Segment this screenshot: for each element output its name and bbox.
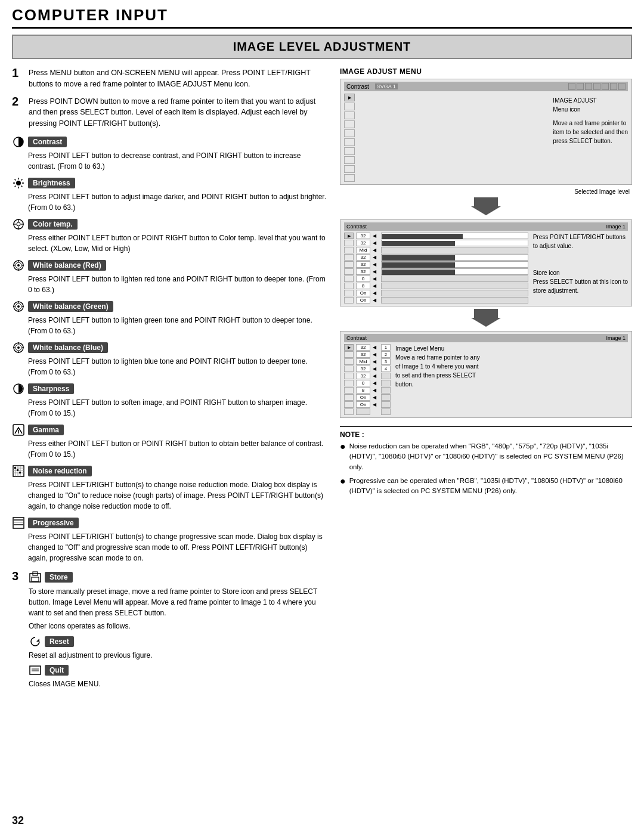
step-3-content: Store To store manually preset image, mo… bbox=[29, 571, 328, 689]
brightness-header: Brightness bbox=[12, 176, 328, 190]
wbgreen-desc: Press POINT LEFT button to lighten green… bbox=[28, 315, 328, 336]
reset-desc: Reset all adjustment to previous figure. bbox=[29, 650, 328, 661]
sharpness-header: Sharpness bbox=[12, 382, 328, 395]
sharpness-label: Sharpness bbox=[28, 383, 74, 394]
wbred-icon bbox=[12, 259, 25, 272]
diag1-annot5: press SELECT button. bbox=[553, 137, 628, 145]
diag3-annot3: of Image 1 to 4 where you want bbox=[395, 362, 480, 371]
quit-label: Quit bbox=[45, 665, 69, 676]
diag2-annot-adjust: Press POINT LEFT/RIGHT buttons bbox=[533, 233, 628, 241]
diag2-right: Image 1 bbox=[606, 224, 626, 230]
svg-point-32 bbox=[17, 346, 20, 349]
selected-image-level: Selected Image level bbox=[340, 188, 630, 195]
diag2-store-annot2: store adjustment. bbox=[533, 286, 628, 295]
contrast-header: Contrast bbox=[12, 135, 328, 148]
brightness-desc: Press POINT LEFT button to adjust image … bbox=[28, 191, 328, 213]
brightness-icon bbox=[12, 176, 25, 190]
diag3-right: Image 1 bbox=[606, 335, 626, 341]
note-title: NOTE : bbox=[340, 431, 632, 439]
step-1-number: 1 bbox=[12, 66, 24, 90]
sharpness-icon bbox=[12, 382, 25, 395]
svg-rect-48 bbox=[17, 469, 18, 471]
svg-rect-58 bbox=[30, 666, 41, 674]
diag1-annot3: Move a red frame pointer to bbox=[553, 119, 628, 128]
feature-wbred: White balance (Red) Press POINT LEFT but… bbox=[12, 259, 328, 295]
diag2-left: Contrast bbox=[346, 224, 367, 230]
section-title: IMAGE LEVEL ADJUSTMENT bbox=[233, 40, 411, 53]
diag1-label-left: Contrast bbox=[346, 83, 369, 90]
progressive-label: Progressive bbox=[28, 518, 79, 528]
page-container: COMPUTER INPUT IMAGE LEVEL ADJUSTMENT 1 … bbox=[0, 0, 644, 833]
left-column: 1 Press MENU button and ON-SCREEN MENU w… bbox=[12, 67, 328, 695]
diagram-2: Contrast Image 1 ▶ bbox=[340, 219, 632, 306]
step-3-number: 3 bbox=[12, 569, 24, 689]
svg-rect-49 bbox=[19, 472, 21, 473]
right-column: IMAGE ADJUST MENU Contrast SVGA 1 bbox=[340, 67, 632, 695]
diagram-3: Contrast Image 1 ▶ bbox=[340, 331, 632, 418]
feature-colortemp: Color temp. Press either POINT LEFT butt… bbox=[12, 218, 328, 254]
arrow-down-1 bbox=[471, 197, 501, 215]
diag1-annot1: IMAGE ADJUST bbox=[553, 96, 628, 105]
noise-header: Noise reduction bbox=[12, 465, 328, 478]
noise-icon bbox=[12, 465, 25, 478]
image-adjust-menu-title: IMAGE ADJUST MENU bbox=[340, 67, 632, 76]
other-icons-text: Other icons operates as follows. bbox=[29, 621, 328, 631]
gamma-desc: Press either POINT LEFT button or POINT … bbox=[28, 438, 328, 460]
wbred-desc: Press POINT LEFT button to lighten red t… bbox=[28, 274, 328, 295]
diag3-left: Contrast bbox=[346, 335, 367, 341]
feature-contrast: Contrast Press POINT LEFT button to decr… bbox=[12, 135, 328, 172]
diag3-annot1: Image Level Menu bbox=[395, 344, 480, 353]
svg-rect-56 bbox=[32, 577, 39, 581]
noise-desc: Press POINT LEFT/RIGHT button(s) to chan… bbox=[28, 479, 328, 512]
wbred-label: White balance (Red) bbox=[28, 260, 106, 271]
arrow-down-2 bbox=[471, 309, 501, 327]
quit-header: Quit bbox=[29, 664, 328, 677]
svg-line-9 bbox=[15, 185, 16, 187]
wbblue-icon bbox=[12, 341, 25, 354]
step-2-number: 2 bbox=[12, 95, 24, 129]
wbblue-desc: Press POINT LEFT button to lighten blue … bbox=[28, 356, 328, 377]
diag1-annotations: IMAGE ADJUST Menu icon Move a red frame … bbox=[553, 96, 628, 145]
note-section: NOTE : ● Noise reduction can be operated… bbox=[340, 426, 632, 496]
svg-line-7 bbox=[21, 185, 23, 187]
svg-marker-61 bbox=[471, 197, 501, 215]
gamma-label: Gamma bbox=[28, 425, 64, 435]
diag3-annot4: to set and then press SELECT bbox=[395, 371, 480, 380]
step-2-text: Press POINT DOWN button to move a red fr… bbox=[29, 96, 328, 129]
svg-point-25 bbox=[17, 305, 20, 308]
svg-point-1 bbox=[16, 181, 21, 185]
svg-rect-50 bbox=[13, 518, 24, 528]
chapter-header: COMPUTER INPUT bbox=[12, 6, 632, 29]
svg-point-11 bbox=[17, 222, 20, 226]
progressive-header: Progressive bbox=[12, 516, 328, 529]
feature-gamma: Gamma Press either POINT LEFT button or … bbox=[12, 423, 328, 460]
diag2-store-label: Store icon bbox=[533, 268, 628, 277]
svg-point-18 bbox=[17, 264, 20, 267]
gamma-header: Gamma bbox=[12, 423, 328, 436]
store-label: Store bbox=[45, 572, 73, 583]
store-desc: To store manually preset image, move a r… bbox=[29, 586, 328, 618]
svg-marker-57 bbox=[36, 639, 39, 642]
diag2-annotations: Press POINT LEFT/RIGHT buttons to adjust… bbox=[533, 233, 628, 304]
note-bullet-1: ● bbox=[340, 441, 346, 472]
diag2-store-annot1: Press SELECT button at this icon to bbox=[533, 277, 628, 286]
brightness-label: Brightness bbox=[28, 178, 75, 188]
step-1: 1 Press MENU button and ON-SCREEN MENU w… bbox=[12, 67, 328, 90]
step-3: 3 Store To store bbox=[12, 571, 328, 689]
diag3-annot2: Move a red frame pointer to any bbox=[395, 353, 480, 362]
section-box: IMAGE LEVEL ADJUSTMENT bbox=[12, 35, 632, 59]
progressive-icon bbox=[12, 516, 25, 529]
quit-icon bbox=[29, 664, 42, 677]
gamma-icon bbox=[12, 423, 25, 436]
diag3-annotations: Image Level Menu Move a red frame pointe… bbox=[395, 344, 480, 415]
note-item-2: ● Progressive can be operated when "RGB"… bbox=[340, 476, 632, 497]
colortemp-icon bbox=[12, 218, 25, 231]
diag1-annot4: item to be selected and then bbox=[553, 128, 628, 137]
page-number: 32 bbox=[12, 815, 24, 827]
note-item-1: ● Noise reduction can be operated when "… bbox=[340, 441, 632, 472]
diag2-annot-adjust2: to adjust value. bbox=[533, 241, 628, 250]
two-col-layout: 1 Press MENU button and ON-SCREEN MENU w… bbox=[12, 67, 632, 695]
chapter-title: COMPUTER INPUT bbox=[12, 6, 168, 24]
contrast-desc: Press POINT LEFT button to decrease cont… bbox=[28, 150, 328, 172]
step-3-inner: 3 Store To store bbox=[12, 571, 328, 689]
